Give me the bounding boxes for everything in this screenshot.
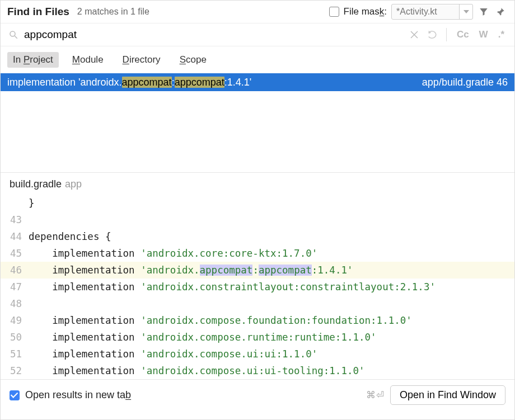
- file-mask-input[interactable]: [392, 5, 459, 18]
- scope-tabs: In ProjectModuleDirectoryScope: [1, 46, 514, 73]
- clear-icon[interactable]: [408, 29, 420, 41]
- result-path: app/build.gradle 46: [422, 77, 508, 88]
- editor-line: 44dependencies {: [1, 228, 514, 245]
- file-mask-checkbox[interactable]: [329, 7, 339, 17]
- footer-bar: Open results in new tab ⌘⏎ Open in Find …: [1, 379, 514, 410]
- match-count: 2 matches in 1 file: [77, 7, 149, 17]
- scope-tab[interactable]: Scope: [174, 52, 212, 68]
- editor-line: 47 implementation 'androidx.constraintla…: [1, 279, 514, 295]
- editor-line: 49 implementation 'androidx.compose.foun…: [1, 312, 514, 329]
- results-empty-area: [1, 91, 514, 173]
- svg-point-0: [10, 31, 15, 36]
- search-icon: [8, 30, 18, 40]
- svg-line-1: [15, 36, 17, 39]
- preview-filename: build.gradle: [10, 178, 62, 190]
- pin-icon[interactable]: [494, 6, 507, 18]
- editor-line: 48: [1, 295, 514, 312]
- editor-line: 52 implementation 'androidx.compose.ui:u…: [1, 362, 514, 379]
- open-new-tab-label: Open results in new tab: [25, 389, 131, 401]
- search-row: Cc W .*: [1, 23, 514, 46]
- editor-line: 45 implementation 'androidx.core:core-kt…: [1, 245, 514, 262]
- scope-tab[interactable]: In Project: [7, 52, 59, 68]
- file-mask-dropdown-icon[interactable]: [459, 4, 472, 19]
- dialog-title: Find in Files: [7, 6, 69, 18]
- header-bar: Find in Files 2 matches in 1 file File m…: [1, 1, 514, 23]
- scope-tab[interactable]: Module: [67, 52, 109, 68]
- result-text: implementation 'androidx.appcompat:appco…: [7, 77, 251, 88]
- editor-line: 50 implementation 'androidx.compose.runt…: [1, 329, 514, 346]
- words-toggle[interactable]: W: [477, 28, 490, 41]
- editor-line: 46 implementation 'androidx.appcompat:ap…: [1, 262, 514, 279]
- open-in-find-window-button[interactable]: Open in Find Window: [390, 385, 505, 405]
- editor-line: 43: [1, 211, 514, 228]
- match-case-toggle[interactable]: Cc: [455, 28, 471, 41]
- search-input[interactable]: [24, 29, 402, 41]
- scope-tab[interactable]: Directory: [117, 52, 166, 68]
- history-icon[interactable]: [426, 29, 438, 41]
- editor-preview[interactable]: }4344dependencies {45 implementation 'an…: [1, 195, 514, 379]
- file-mask-label: File mask:: [344, 6, 387, 17]
- keyboard-shortcut: ⌘⏎: [366, 389, 385, 401]
- search-result-row[interactable]: implementation 'androidx.appcompat:appco…: [1, 73, 514, 91]
- preview-module: app: [65, 178, 82, 190]
- file-mask-field[interactable]: [391, 4, 473, 20]
- preview-header: build.gradleapp: [1, 173, 514, 195]
- filter-icon[interactable]: [477, 6, 490, 18]
- open-new-tab-checkbox[interactable]: [10, 390, 20, 400]
- regex-toggle[interactable]: .*: [496, 28, 507, 41]
- editor-line: }: [1, 195, 514, 211]
- editor-line: 51 implementation 'androidx.compose.ui:u…: [1, 346, 514, 362]
